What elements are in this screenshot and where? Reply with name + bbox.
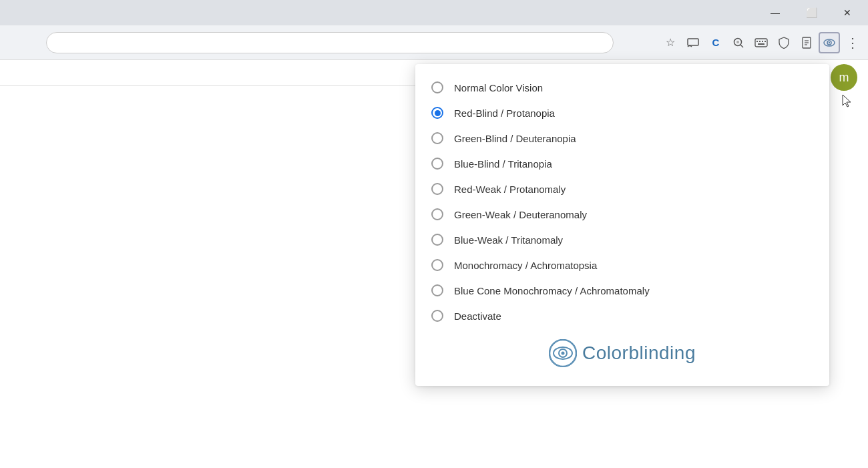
c-extension-icon[interactable]: C <box>705 32 726 53</box>
svg-rect-8 <box>765 41 766 42</box>
svg-rect-7 <box>762 41 763 42</box>
radio-option-red-blind[interactable]: Red-Blind / Protanopia <box>415 100 829 126</box>
toolbar: ☆ C <box>0 25 868 60</box>
radio-option-green-weak[interactable]: Green-Weak / Deuteranomaly <box>415 202 829 227</box>
cast-icon[interactable] <box>682 32 704 53</box>
radio-circle-normal <box>431 81 443 93</box>
radio-label-red-weak: Red-Weak / Protanomaly <box>454 184 566 195</box>
radio-option-deactivate[interactable]: Deactivate <box>415 303 829 328</box>
svg-rect-9 <box>758 43 765 45</box>
color-vision-dropdown: Normal Color VisionRed-Blind / Protanopi… <box>415 64 829 386</box>
radio-label-red-blind: Red-Blind / Protanopia <box>454 107 555 119</box>
svg-point-3 <box>736 41 739 43</box>
svg-rect-4 <box>755 39 767 47</box>
radio-label-blue-weak: Blue-Weak / Tritanomaly <box>454 234 563 246</box>
radio-circle-red-blind <box>431 107 443 119</box>
minimize-button[interactable]: — <box>760 0 791 25</box>
title-bar: — ⬜ ✕ <box>0 0 868 25</box>
shield-icon[interactable] <box>773 32 795 53</box>
radio-option-green-blind[interactable]: Green-Blind / Deuteranopia <box>415 126 829 151</box>
cursor <box>841 93 852 108</box>
radio-circle-blue-cone <box>431 284 443 296</box>
page-divider <box>0 85 415 86</box>
radio-label-monochromacy: Monochromacy / Achromatopsia <box>454 260 597 271</box>
radio-option-blue-cone[interactable]: Blue Cone Monochromacy / Achromatomaly <box>415 278 829 303</box>
radio-option-monochromacy[interactable]: Monochromacy / Achromatopsia <box>415 252 829 278</box>
radio-option-red-weak[interactable]: Red-Weak / Protanomaly <box>415 176 829 202</box>
close-button[interactable]: ✕ <box>832 0 863 25</box>
radio-option-normal[interactable]: Normal Color Vision <box>415 75 829 100</box>
keyboard-icon[interactable] <box>750 32 772 53</box>
svg-rect-6 <box>759 41 761 42</box>
toolbar-icons: ☆ C <box>660 32 863 53</box>
svg-line-2 <box>740 45 743 47</box>
radio-option-blue-blind[interactable]: Blue-Blind / Tritanopia <box>415 151 829 176</box>
svg-rect-0 <box>688 39 698 45</box>
radio-circle-red-weak <box>431 183 443 195</box>
radio-label-blue-blind: Blue-Blind / Tritanopia <box>454 158 552 170</box>
window-controls: — ⬜ ✕ <box>760 0 863 25</box>
radio-option-blue-weak[interactable]: Blue-Weak / Tritanomaly <box>415 227 829 252</box>
radio-circle-green-weak <box>431 208 443 220</box>
radio-label-green-weak: Green-Weak / Deuteranomaly <box>454 209 587 220</box>
magnify-icon[interactable] <box>728 32 749 53</box>
radio-label-green-blind: Green-Blind / Deuteranopia <box>454 133 576 144</box>
avatar: m <box>831 64 857 91</box>
svg-rect-5 <box>756 41 758 42</box>
address-bar[interactable] <box>46 32 614 53</box>
radio-circle-green-blind <box>431 132 443 144</box>
colorblind-eye-icon[interactable] <box>819 32 840 53</box>
bookmark-icon[interactable]: ☆ <box>660 32 681 53</box>
svg-point-16 <box>829 41 830 43</box>
radio-circle-blue-weak <box>431 234 443 246</box>
menu-icon[interactable]: ⋮ <box>841 32 863 53</box>
main-content: m Normal Color VisionRed-Blind / Protano… <box>0 60 868 468</box>
radio-circle-monochromacy <box>431 259 443 271</box>
logo-area: Colorblinding <box>415 328 829 373</box>
svg-point-20 <box>562 352 565 355</box>
radio-circle-deactivate <box>431 310 443 322</box>
colorblinding-logo-icon <box>549 339 577 367</box>
radio-circle-blue-blind <box>431 158 443 170</box>
document-icon[interactable] <box>796 32 817 53</box>
radio-label-blue-cone: Blue Cone Monochromacy / Achromatomaly <box>454 285 650 296</box>
maximize-button[interactable]: ⬜ <box>796 0 827 25</box>
radio-label-deactivate: Deactivate <box>454 310 501 322</box>
radio-label-normal: Normal Color Vision <box>454 82 543 93</box>
colorblinding-logo-text: Colorblinding <box>582 342 696 364</box>
